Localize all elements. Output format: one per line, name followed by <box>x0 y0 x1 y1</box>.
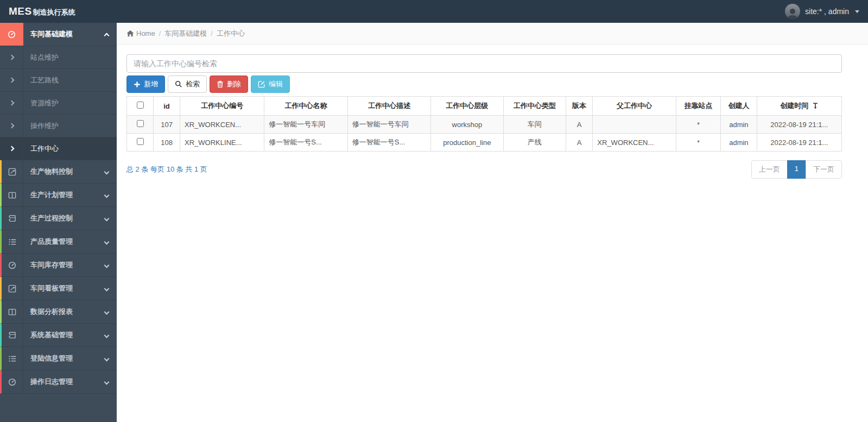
sidebar-group-车间库存管理[interactable]: 车间库存管理 <box>0 254 117 277</box>
cell-创建人: admin <box>721 116 757 134</box>
chevron-down-icon <box>104 239 110 244</box>
检索-button[interactable]: 检索 <box>168 75 207 93</box>
chevron-down-icon <box>104 356 110 361</box>
sidebar: 车间基础建模站点维护工艺路线资源维护操作维护工作中心生产物料控制生产计划管理生产… <box>0 23 117 422</box>
sidebar-group-生产过程控制[interactable]: 生产过程控制 <box>0 207 117 230</box>
column-header-版本[interactable]: 版本 <box>566 97 592 116</box>
sidebar-group-label: 生产过程控制 <box>30 213 73 223</box>
column-header-工作中心类型[interactable]: 工作中心类型 <box>503 97 566 116</box>
pager: 上一页 1 下一页 <box>751 160 842 179</box>
sidebar-group-登陆信息管理[interactable]: 登陆信息管理 <box>0 347 117 370</box>
sidebar-item-工艺路线[interactable]: 工艺路线 <box>0 69 117 92</box>
table-row[interactable]: 107XR_WORKCEN...修一智能一号车间修一智能一号车间workshop… <box>127 116 842 134</box>
column-header-工作中心层级[interactable]: 工作中心层级 <box>431 97 503 116</box>
cell-id: 108 <box>154 134 180 152</box>
column-header-工作中心名称[interactable]: 工作中心名称 <box>264 97 347 116</box>
pencil-square-icon <box>2 277 23 300</box>
brand-rest: 制造执行系统 <box>33 8 75 17</box>
next-page-button[interactable]: 下一页 <box>806 160 842 179</box>
toolbar: 新增检索删除编辑 <box>126 75 842 93</box>
prev-page-button[interactable]: 上一页 <box>751 160 788 179</box>
chevron-down-icon <box>104 216 110 221</box>
row-select-cell <box>127 134 154 152</box>
pin-icon[interactable] <box>813 103 818 109</box>
breadcrumb: Home/车间基础建模/工作中心 <box>117 23 868 45</box>
sidebar-group-数据分析报表[interactable]: 数据分析报表 <box>0 300 117 324</box>
sidebar-group-生产计划管理[interactable]: 生产计划管理 <box>0 184 117 207</box>
page-1-button[interactable]: 1 <box>787 160 806 179</box>
row-checkbox[interactable] <box>137 120 144 127</box>
sidebar-group-label: 操作日志管理 <box>30 377 73 387</box>
edit-icon <box>258 80 265 88</box>
user-menu[interactable]: site:* , admin <box>785 4 859 19</box>
sidebar-group-label: 生产物料控制 <box>30 167 73 177</box>
caret-down-icon <box>855 10 859 13</box>
user-avatar-icon <box>785 4 800 19</box>
sidebar-item-label: 操作维护 <box>30 121 59 131</box>
book-icon <box>2 207 23 230</box>
pagination-summary[interactable]: 总 2 条 每页 10 条 共 1 页 <box>126 165 207 174</box>
table-header: id工作中心编号工作中心名称工作中心描述工作中心层级工作中心类型版本父工作中心挂… <box>127 97 842 116</box>
删除-button[interactable]: 删除 <box>210 75 248 93</box>
chevron-down-icon <box>104 309 110 314</box>
编辑-button[interactable]: 编辑 <box>251 75 290 93</box>
cell-创建时间: 2022-08-19 21:1... <box>757 134 841 152</box>
cell-挂靠站点: * <box>676 134 720 152</box>
chevron-down-icon <box>104 286 110 291</box>
chevron-down-icon <box>104 332 110 338</box>
sidebar-item-站点维护[interactable]: 站点维护 <box>0 46 117 69</box>
select-all-checkbox[interactable] <box>137 102 144 109</box>
sidebar-group-label: 车间基础建模 <box>30 29 73 39</box>
columns-icon <box>2 184 23 206</box>
sidebar-item-操作维护[interactable]: 操作维护 <box>0 115 117 137</box>
dashboard-icon <box>2 370 23 393</box>
brand-bold: MES <box>9 5 32 17</box>
button-label: 删除 <box>227 79 241 89</box>
column-header-工作中心描述[interactable]: 工作中心描述 <box>347 97 430 116</box>
chevron-down-icon <box>104 262 110 268</box>
cell-工作中心类型: 产线 <box>503 134 566 152</box>
cell-工作中心描述: 修一智能一号S... <box>347 134 430 152</box>
sidebar-group-label: 系统基础管理 <box>30 330 73 340</box>
chevron-up-icon <box>104 33 110 38</box>
chevron-right-icon <box>0 137 23 160</box>
row-checkbox[interactable] <box>137 138 144 145</box>
cell-挂靠站点: * <box>676 116 720 134</box>
sidebar-item-资源维护[interactable]: 资源维护 <box>0 92 117 115</box>
breadcrumb-item-Home[interactable]: Home <box>136 29 155 37</box>
pencil-square-icon <box>2 160 23 183</box>
breadcrumb-item-车间基础建模[interactable]: 车间基础建模 <box>164 29 207 39</box>
button-label: 检索 <box>186 79 200 89</box>
column-header-创建时间[interactable]: 创建时间 <box>757 97 841 116</box>
main-area: Home/车间基础建模/工作中心 新增检索删除编辑 id工作中心编号工作中心名称… <box>117 23 868 422</box>
search-input[interactable] <box>126 54 842 73</box>
cell-父工作中心 <box>593 116 676 134</box>
column-header-id[interactable]: id <box>154 97 180 116</box>
cell-工作中心类型: 车间 <box>503 116 566 134</box>
sidebar-group-车间基础建模[interactable]: 车间基础建模 <box>0 23 117 46</box>
column-header-挂靠站点[interactable]: 挂靠站点 <box>676 97 720 116</box>
plus-icon <box>134 81 141 88</box>
sidebar-group-label: 登陆信息管理 <box>30 354 73 363</box>
sidebar-group-产品质量管理[interactable]: 产品质量管理 <box>0 230 117 254</box>
新增-button[interactable]: 新增 <box>126 75 165 93</box>
dashboard-icon <box>0 23 23 46</box>
cell-工作中心名称: 修一智能一号车间 <box>264 116 347 134</box>
cell-id: 107 <box>154 116 180 134</box>
chevron-right-icon <box>0 46 23 68</box>
home-icon <box>126 30 134 37</box>
table-row[interactable]: 108XR_WORKLINE...修一智能一号S...修一智能一号S...pro… <box>127 134 842 152</box>
sidebar-group-车间看板管理[interactable]: 车间看板管理 <box>0 277 117 300</box>
chevron-right-icon <box>0 92 23 114</box>
cell-父工作中心: XR_WORKCEN... <box>593 134 676 152</box>
column-header-工作中心编号[interactable]: 工作中心编号 <box>180 97 264 116</box>
sidebar-item-工作中心[interactable]: 工作中心 <box>0 137 117 160</box>
cell-工作中心层级: production_line <box>431 134 503 152</box>
column-header-父工作中心[interactable]: 父工作中心 <box>593 97 676 116</box>
sidebar-group-生产物料控制[interactable]: 生产物料控制 <box>0 160 117 184</box>
button-label: 新增 <box>144 79 158 89</box>
sidebar-group-label: 产品质量管理 <box>30 237 73 247</box>
sidebar-group-操作日志管理[interactable]: 操作日志管理 <box>0 370 117 394</box>
column-header-创建人[interactable]: 创建人 <box>721 97 757 116</box>
sidebar-group-系统基础管理[interactable]: 系统基础管理 <box>0 324 117 347</box>
